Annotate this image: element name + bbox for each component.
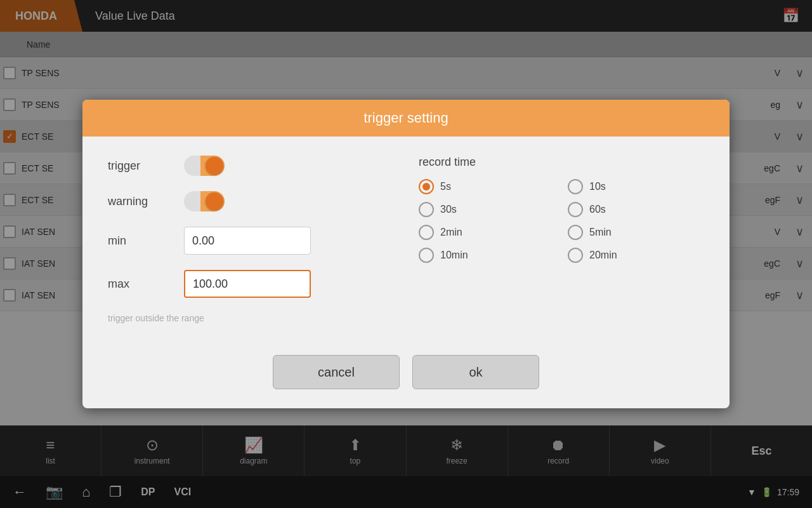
cancel-button[interactable]: cancel (273, 355, 400, 389)
min-input[interactable] (184, 227, 311, 255)
modal-title: trigger setting (82, 100, 730, 137)
trigger-toggle[interactable] (184, 156, 225, 176)
radio-20min-circle[interactable] (568, 248, 583, 263)
radio-60s-circle[interactable] (568, 202, 583, 217)
radio-10s-circle[interactable] (568, 179, 583, 194)
radio-5min[interactable]: 5min (568, 225, 704, 240)
radio-60s-label: 60s (589, 204, 606, 215)
warning-label: warning (108, 195, 184, 208)
radio-5s-circle[interactable] (419, 179, 434, 194)
modal-overlay: trigger setting trigger warning (0, 0, 812, 508)
modal-left: trigger warning min (108, 156, 393, 323)
radio-2min-circle[interactable] (419, 225, 434, 240)
radio-5min-circle[interactable] (568, 225, 583, 240)
radio-5s[interactable]: 5s (419, 179, 555, 194)
radio-20min-label: 20min (589, 250, 617, 261)
radio-30s-circle[interactable] (419, 202, 434, 217)
radio-30s[interactable]: 30s (419, 202, 555, 217)
trigger-setting-modal: trigger setting trigger warning (82, 100, 730, 408)
min-label: min (108, 234, 184, 248)
radio-10min[interactable]: 10min (419, 248, 555, 263)
hint-text: trigger outside the range (108, 313, 393, 323)
min-field-row: min (108, 227, 393, 255)
trigger-field-row: trigger (108, 156, 393, 176)
record-time-title: record time (419, 156, 704, 169)
modal-body: trigger warning min (82, 137, 730, 342)
warning-toggle-knob (206, 192, 223, 210)
warning-toggle[interactable] (184, 191, 225, 211)
max-field-row: max (108, 270, 393, 298)
radio-5s-label: 5s (440, 181, 451, 192)
radio-30s-label: 30s (440, 204, 457, 215)
radio-10s-label: 10s (589, 181, 606, 192)
radio-20min[interactable]: 20min (568, 248, 704, 263)
radio-60s[interactable]: 60s (568, 202, 704, 217)
max-label: max (108, 277, 184, 291)
radio-grid: 5s 10s 30s 60s (419, 179, 704, 263)
radio-2min-label: 2min (440, 227, 462, 238)
trigger-toggle-knob (206, 157, 223, 175)
trigger-label: trigger (108, 159, 184, 173)
radio-10min-circle[interactable] (419, 248, 434, 263)
warning-field-row: warning (108, 191, 393, 211)
radio-5min-label: 5min (589, 227, 612, 238)
modal-right: record time 5s 10s 30s (419, 156, 704, 323)
ok-button[interactable]: ok (412, 355, 539, 389)
radio-10min-label: 10min (440, 250, 468, 261)
radio-10s[interactable]: 10s (568, 179, 704, 194)
modal-footer: cancel ok (82, 342, 730, 408)
radio-2min[interactable]: 2min (419, 225, 555, 240)
max-input[interactable] (184, 270, 311, 298)
